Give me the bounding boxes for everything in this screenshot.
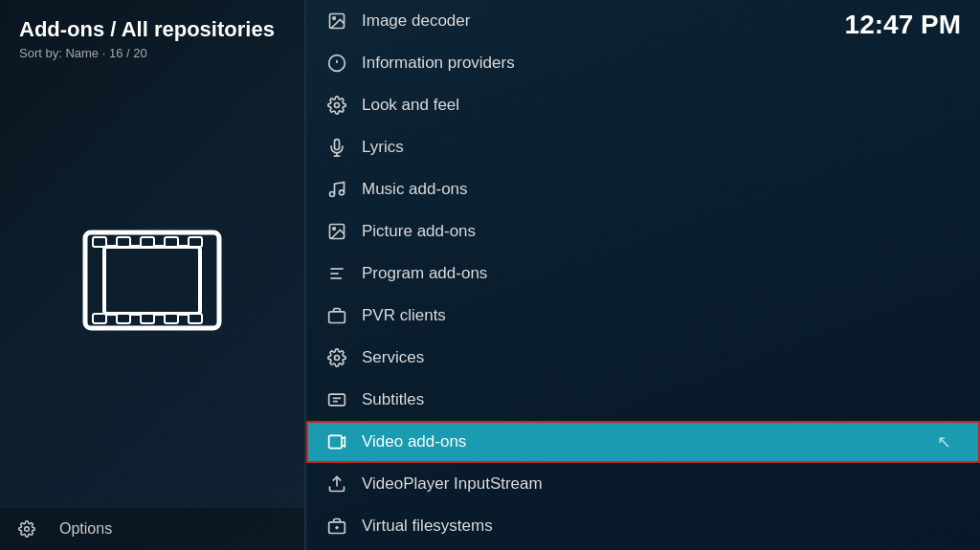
options-bar[interactable]: Options	[0, 508, 304, 550]
cursor-icon: ↖	[937, 431, 951, 452]
options-gear-icon	[15, 517, 38, 540]
menu-item-label: Information providers	[362, 54, 515, 73]
addon-category-list: Image decoder Information providers Look…	[306, 0, 980, 550]
svg-rect-3	[117, 237, 130, 247]
svg-rect-5	[165, 237, 178, 247]
svg-rect-8	[117, 314, 130, 323]
video-icon	[325, 430, 348, 453]
left-panel: Add-ons / All repositories Sort by: Name…	[0, 0, 304, 550]
picture-icon	[325, 220, 348, 243]
info-icon	[325, 52, 348, 75]
videoplayer-icon	[325, 473, 348, 495]
menu-item-label: Music add-ons	[362, 180, 468, 199]
sort-info: Sort by: Name · 16 / 20	[19, 46, 285, 60]
svg-point-24	[333, 228, 336, 231]
svg-rect-11	[189, 314, 202, 323]
music-icon	[325, 178, 348, 201]
svg-point-29	[335, 356, 340, 361]
list-item[interactable]: Information providers	[306, 42, 980, 84]
title-area: Add-ons / All repositories Sort by: Name…	[0, 0, 304, 68]
menu-item-label: Subtitles	[362, 390, 424, 409]
menu-item-label: Lyrics	[362, 138, 404, 157]
list-item[interactable]: Virtual filesystems	[306, 505, 980, 547]
list-item[interactable]: Look and feel	[306, 84, 980, 126]
list-item[interactable]: Program add-ons	[306, 253, 980, 295]
menu-item-label: Virtual filesystems	[362, 517, 493, 536]
image-decoder-icon	[325, 10, 348, 33]
svg-rect-30	[329, 394, 345, 406]
list-item-video-addons[interactable]: Video add-ons ↖	[306, 421, 980, 463]
subtitles-icon	[325, 388, 348, 411]
list-item[interactable]: PVR clients	[306, 295, 980, 337]
look-feel-icon	[325, 94, 348, 117]
svg-point-12	[25, 527, 30, 532]
program-icon	[325, 262, 348, 285]
svg-rect-6	[189, 237, 202, 247]
menu-item-label: VideoPlayer InputStream	[362, 474, 543, 494]
list-item[interactable]: Music add-ons	[306, 168, 980, 210]
film-strip-icon	[76, 218, 229, 342]
menu-item-label: Look and feel	[362, 96, 459, 115]
list-item[interactable]: Picture add-ons	[306, 210, 980, 253]
svg-point-22	[340, 190, 345, 195]
menu-item-label: Program add-ons	[362, 264, 487, 283]
svg-rect-7	[93, 314, 106, 323]
list-item[interactable]: Services	[306, 337, 980, 379]
svg-point-21	[330, 192, 335, 197]
svg-rect-28	[329, 312, 345, 323]
menu-item-label: Services	[362, 348, 424, 367]
page-title: Add-ons / All repositories	[19, 17, 285, 42]
pvr-icon	[325, 304, 348, 327]
svg-rect-4	[141, 237, 154, 247]
menu-item-label: Video add-ons	[362, 432, 466, 451]
svg-rect-10	[165, 314, 178, 323]
list-item[interactable]: Lyrics	[306, 126, 980, 168]
film-icon-container	[0, 68, 304, 550]
svg-rect-2	[93, 237, 106, 247]
right-panel: 12:47 PM Image decoder Information provi…	[306, 0, 980, 550]
svg-rect-33	[329, 435, 342, 448]
virtual-icon	[325, 515, 348, 538]
list-item[interactable]: Image decoder	[306, 0, 980, 42]
list-item[interactable]: Subtitles	[306, 379, 980, 421]
menu-item-label: Picture add-ons	[362, 222, 476, 241]
svg-point-14	[333, 17, 336, 19]
svg-rect-1	[104, 247, 200, 314]
list-item[interactable]: VideoPlayer InputStream	[306, 463, 980, 505]
menu-item-label: Image decoder	[362, 11, 470, 31]
svg-point-18	[335, 103, 340, 108]
svg-rect-9	[141, 314, 154, 323]
lyrics-icon	[325, 136, 348, 159]
options-label: Options	[59, 520, 112, 538]
services-icon	[325, 346, 348, 369]
menu-item-label: PVR clients	[362, 306, 446, 325]
